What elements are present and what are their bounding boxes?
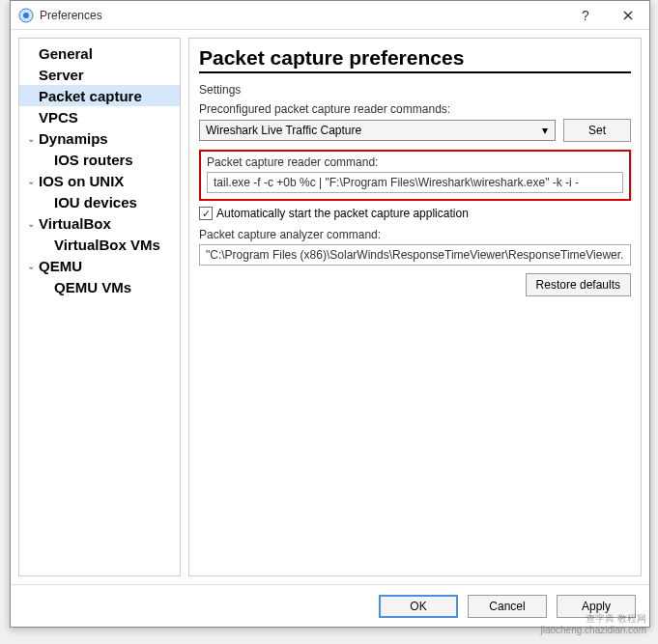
watermark: 查字典 教程网 jiaocheng.chazidian.com: [540, 613, 646, 636]
preconfig-value: Wireshark Live Traffic Capture: [206, 124, 361, 137]
page-title: Packet capture preferences: [199, 46, 631, 73]
sidebar-item-qemu[interactable]: ⌄QEMU: [19, 255, 180, 276]
sidebar-tree: General Server Packet capture VPCS ⌄Dyna…: [18, 38, 181, 576]
help-button[interactable]: ?: [564, 1, 607, 30]
chevron-down-icon[interactable]: ⌄: [23, 218, 39, 229]
sidebar-item-ios-on-unix[interactable]: ⌄IOS on UNIX: [19, 170, 180, 191]
reader-label: Packet capture reader command:: [207, 155, 623, 169]
preconfig-label: Preconfigured packet capture reader comm…: [199, 102, 631, 116]
app-icon: [18, 8, 34, 23]
sidebar-item-qemu-vms[interactable]: QEMU VMs: [19, 276, 180, 297]
autostart-label: Automatically start the packet capture a…: [216, 207, 469, 220]
sidebar-item-packet-capture[interactable]: Packet capture: [19, 85, 180, 106]
preconfig-combo[interactable]: Wireshark Live Traffic Capture ▾: [199, 120, 556, 141]
titlebar: Preferences ?: [11, 1, 649, 30]
dropdown-icon: ▾: [537, 123, 553, 138]
svg-point-1: [23, 13, 29, 18]
preferences-window: Preferences ? General Server Packet capt…: [10, 0, 650, 628]
ok-button[interactable]: OK: [379, 595, 458, 618]
autostart-checkbox[interactable]: ✓: [199, 207, 213, 220]
sidebar-item-ios-routers[interactable]: IOS routers: [19, 149, 180, 170]
close-icon: [623, 11, 633, 20]
window-controls: ?: [564, 1, 649, 30]
reader-command-input[interactable]: [207, 172, 623, 193]
set-button[interactable]: Set: [563, 119, 631, 142]
sidebar-item-virtualbox-vms[interactable]: VirtualBox VMs: [19, 234, 180, 255]
close-button[interactable]: [607, 1, 649, 30]
autostart-row[interactable]: ✓ Automatically start the packet capture…: [199, 207, 631, 220]
sidebar-item-server[interactable]: Server: [19, 64, 180, 85]
window-title: Preferences: [40, 9, 564, 22]
sidebar-item-vpcs[interactable]: VPCS: [19, 106, 180, 127]
sidebar-item-general[interactable]: General: [19, 42, 180, 64]
sidebar-item-dynamips[interactable]: ⌄Dynamips: [19, 127, 180, 149]
content-panel: Packet capture preferences Settings Prec…: [188, 38, 642, 576]
analyzer-command-input[interactable]: [199, 244, 631, 266]
restore-defaults-button[interactable]: Restore defaults: [526, 273, 631, 296]
chevron-down-icon[interactable]: ⌄: [23, 261, 39, 271]
cancel-button[interactable]: Cancel: [468, 595, 547, 618]
analyzer-label: Packet capture analyzer command:: [199, 228, 631, 241]
sidebar-item-iou-devices[interactable]: IOU devices: [19, 191, 180, 212]
sidebar-item-virtualbox[interactable]: ⌄VirtualBox: [19, 212, 180, 234]
chevron-down-icon[interactable]: ⌄: [23, 133, 39, 144]
settings-label: Settings: [199, 83, 631, 97]
body: General Server Packet capture VPCS ⌄Dyna…: [11, 30, 649, 584]
chevron-down-icon[interactable]: ⌄: [23, 176, 39, 186]
reader-command-highlight: Packet capture reader command:: [199, 150, 631, 201]
